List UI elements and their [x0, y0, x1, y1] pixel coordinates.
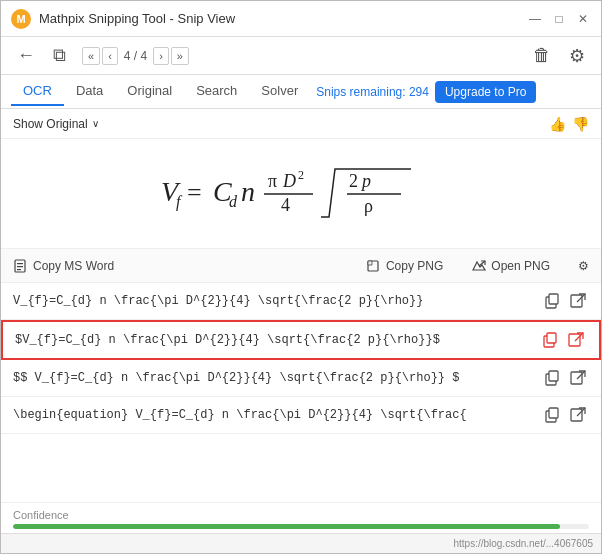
- row-2-icons: [539, 329, 587, 351]
- delete-button[interactable]: 🗑: [527, 41, 557, 70]
- svg-rect-36: [571, 409, 582, 421]
- row-4-open-icon: [569, 406, 587, 424]
- math-formula-svg: V f = C d n π D 2: [151, 149, 451, 239]
- capture-button[interactable]: ⧉: [47, 41, 72, 70]
- row-1-copy-button[interactable]: [541, 290, 563, 312]
- row-1-open-button[interactable]: [567, 290, 589, 312]
- row-2-copy-icon: [541, 331, 559, 349]
- row-1-copy-icon: [543, 292, 561, 310]
- svg-rect-31: [549, 371, 558, 381]
- svg-rect-24: [571, 295, 582, 307]
- row-2-open-icon: [567, 331, 585, 349]
- tab-data[interactable]: Data: [64, 77, 115, 106]
- svg-rect-27: [547, 333, 556, 343]
- status-url: https://blog.csdn.net/...4067605: [453, 538, 593, 549]
- svg-text:2: 2: [349, 171, 358, 191]
- title-bar: M Mathpix Snipping Tool - Snip View — □ …: [1, 1, 601, 37]
- thumbup-icon[interactable]: 👍: [549, 116, 566, 132]
- tab-ocr[interactable]: OCR: [11, 77, 64, 106]
- tab-bar: OCR Data Original Search Solver Snips re…: [1, 75, 601, 109]
- nav-last-button[interactable]: »: [171, 47, 189, 65]
- svg-text:π: π: [268, 171, 277, 191]
- row-3-copy-button[interactable]: [541, 367, 563, 389]
- row-3-icons: [541, 367, 589, 389]
- settings-button[interactable]: ⚙: [563, 41, 591, 71]
- open-png-icon: [471, 258, 487, 274]
- svg-rect-19: [17, 269, 21, 270]
- latex-text-3: $$ V_{f}=C_{d} n \frac{\pi D^{2}}{4} \sq…: [13, 371, 533, 385]
- upgrade-button[interactable]: Upgrade to Pro: [435, 81, 536, 103]
- svg-text:2: 2: [298, 168, 304, 182]
- svg-rect-23: [549, 294, 558, 304]
- window-title: Mathpix Snipping Tool - Snip View: [39, 11, 519, 26]
- copy-ms-word-button[interactable]: Copy MS Word: [13, 258, 114, 274]
- minimize-button[interactable]: —: [527, 11, 543, 27]
- copy-png-button[interactable]: Copy PNG: [366, 258, 443, 274]
- confidence-label: Confidence: [13, 509, 589, 521]
- svg-rect-32: [571, 372, 582, 384]
- latex-text-4: \begin{equation} V_{f}=C_{d} n \frac{\pi…: [13, 408, 533, 422]
- maximize-button[interactable]: □: [551, 11, 567, 27]
- main-content: Show Original ∨ 👍 👎 V f = C: [1, 109, 601, 553]
- latex-row-2: $V_{f}=C_{d} n \frac{\pi D^{2}}{4} \sqrt…: [1, 320, 601, 360]
- row-3-copy-icon: [543, 369, 561, 387]
- show-original-toggle[interactable]: Show Original ∨: [13, 117, 99, 131]
- app-logo: M: [11, 9, 31, 29]
- copy-bar: Copy MS Word Copy PNG Open PNG ⚙: [1, 249, 601, 283]
- svg-rect-17: [17, 263, 23, 264]
- status-bar: https://blog.csdn.net/...4067605: [1, 533, 601, 553]
- latex-row-1: V_{f}=C_{d} n \frac{\pi D^{2}}{4} \sqrt{…: [1, 283, 601, 320]
- svg-text:D: D: [282, 171, 296, 191]
- tab-solver[interactable]: Solver: [249, 77, 310, 106]
- svg-rect-35: [549, 408, 558, 418]
- svg-text:4: 4: [281, 195, 290, 215]
- main-window: M Mathpix Snipping Tool - Snip View — □ …: [0, 0, 602, 554]
- svg-text:p: p: [360, 171, 371, 191]
- svg-rect-28: [569, 334, 580, 346]
- row-2-open-button[interactable]: [565, 329, 587, 351]
- confidence-bar-fill: [13, 524, 560, 529]
- copy-ms-word-icon: [13, 258, 29, 274]
- row-4-icons: [541, 404, 589, 426]
- svg-text:=: =: [187, 178, 202, 207]
- svg-rect-18: [17, 266, 23, 267]
- feedback-icons: 👍 👎: [549, 116, 589, 132]
- snips-remaining: Snips remaining: 294: [316, 85, 429, 99]
- row-1-open-icon: [569, 292, 587, 310]
- nav-prev-button[interactable]: ‹: [102, 47, 118, 65]
- nav-next-button[interactable]: ›: [153, 47, 169, 65]
- svg-text:d: d: [229, 193, 238, 210]
- row-1-icons: [541, 290, 589, 312]
- toolbar: ← ⧉ « ‹ 4 / 4 › » 🗑 ⚙: [1, 37, 601, 75]
- row-4-copy-button[interactable]: [541, 404, 563, 426]
- confidence-section: Confidence: [1, 502, 601, 533]
- close-button[interactable]: ✕: [575, 11, 591, 27]
- thumbdown-icon[interactable]: 👎: [572, 116, 589, 132]
- row-3-open-icon: [569, 369, 587, 387]
- nav-controls: « ‹ 4 / 4 › »: [82, 47, 189, 65]
- math-display: V f = C d n π D 2: [1, 139, 601, 249]
- nav-first-button[interactable]: «: [82, 47, 100, 65]
- copy-settings-button[interactable]: ⚙: [578, 259, 589, 273]
- row-3-open-button[interactable]: [567, 367, 589, 389]
- open-png-button[interactable]: Open PNG: [471, 258, 550, 274]
- latex-row-4: \begin{equation} V_{f}=C_{d} n \frac{\pi…: [1, 397, 601, 434]
- show-original-bar: Show Original ∨ 👍 👎: [1, 109, 601, 139]
- latex-text-1: V_{f}=C_{d} n \frac{\pi D^{2}}{4} \sqrt{…: [13, 294, 533, 308]
- copy-png-icon: [366, 258, 382, 274]
- svg-text:n: n: [241, 176, 255, 207]
- row-2-copy-button[interactable]: [539, 329, 561, 351]
- math-formula-container: V f = C d n π D 2: [151, 139, 451, 248]
- latex-container: V_{f}=C_{d} n \frac{\pi D^{2}}{4} \sqrt{…: [1, 283, 601, 502]
- tab-search[interactable]: Search: [184, 77, 249, 106]
- latex-row-3: $$ V_{f}=C_{d} n \frac{\pi D^{2}}{4} \sq…: [1, 360, 601, 397]
- svg-text:ρ: ρ: [364, 196, 373, 216]
- row-4-open-button[interactable]: [567, 404, 589, 426]
- show-original-label-text: Show Original: [13, 117, 88, 131]
- svg-text:f: f: [176, 193, 183, 211]
- latex-text-2: $V_{f}=C_{d} n \frac{\pi D^{2}}{4} \sqrt…: [15, 333, 531, 347]
- tab-original[interactable]: Original: [115, 77, 184, 106]
- confidence-bar-background: [13, 524, 589, 529]
- window-controls: — □ ✕: [527, 11, 591, 27]
- back-button[interactable]: ←: [11, 41, 41, 70]
